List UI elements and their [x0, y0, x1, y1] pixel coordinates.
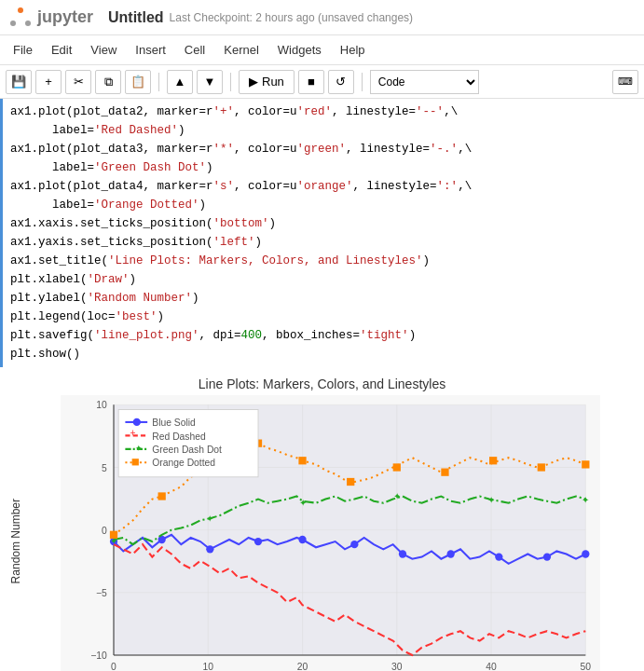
svg-point-59 — [133, 418, 141, 426]
toolbar: 💾 + ✂ ⧉ 📋 ▲ ▼ ▶ Run ■ ↺ Code Markdown Ra… — [0, 65, 644, 99]
menu-view[interactable]: View — [83, 41, 124, 59]
svg-text:−5: −5 — [96, 588, 107, 598]
menu-insert[interactable]: Insert — [128, 41, 173, 59]
cell-type-select[interactable]: Code Markdown Raw NBConvert — [370, 70, 479, 94]
code-line: ax1.xaxis.set_ticks_position('bottom') — [10, 214, 644, 233]
svg-point-0 — [18, 7, 23, 13]
save-button[interactable]: 💾 — [6, 70, 32, 94]
code-line: ax1.plot(plot_data2, marker=r'+', color=… — [10, 103, 644, 121]
copy-button[interactable]: ⧉ — [95, 70, 121, 94]
svg-text:0: 0 — [111, 662, 116, 672]
cut-button[interactable]: ✂ — [65, 70, 91, 94]
svg-point-36 — [447, 550, 455, 557]
svg-rect-55 — [538, 463, 545, 471]
chart-output: Line Plots: Markers, Colors, and Linesty… — [0, 367, 644, 671]
code-line: plt.xlabel('Draw') — [10, 270, 644, 289]
code-line: ax1.plot(plot_data4, marker=r's', color=… — [10, 177, 644, 196]
paste-button[interactable]: 📋 — [125, 70, 151, 94]
svg-point-37 — [495, 553, 502, 560]
code-line: plt.show() — [10, 345, 644, 363]
code-line: ax1.plot(plot_data3, marker=r'*', color=… — [10, 140, 644, 158]
svg-text:✦: ✦ — [487, 495, 495, 505]
svg-text:20: 20 — [297, 662, 308, 672]
code-cell[interactable]: ax1.plot(plot_data2, marker=r'+', color=… — [0, 99, 644, 367]
svg-text:40: 40 — [486, 662, 497, 672]
svg-text:−10: −10 — [90, 650, 107, 661]
menu-edit[interactable]: Edit — [44, 41, 79, 59]
jupyter-icon — [9, 7, 32, 29]
jupyter-logo: jupyter — [9, 7, 93, 29]
svg-text:✦: ✦ — [393, 491, 401, 501]
svg-rect-53 — [441, 469, 448, 476]
svg-text:✦: ✦ — [135, 444, 143, 453]
separator-2 — [230, 73, 231, 91]
svg-text:10: 10 — [203, 662, 214, 672]
top-bar: jupyter Untitled Last Checkpoint: 2 hour… — [0, 0, 644, 35]
svg-text:5: 5 — [102, 463, 107, 473]
svg-rect-54 — [489, 457, 497, 464]
menu-widgets[interactable]: Widgets — [270, 41, 329, 59]
notebook-title[interactable]: Untitled — [108, 9, 164, 26]
menu-file[interactable]: File — [6, 41, 40, 59]
svg-text:Orange Dotted: Orange Dotted — [152, 458, 215, 468]
svg-text:Red Dashed: Red Dashed — [152, 431, 206, 442]
svg-rect-46 — [110, 531, 117, 539]
chart-svg: 10 5 0 −5 −10 0 10 20 30 40 50 — [26, 395, 635, 671]
move-up-button[interactable]: ▲ — [167, 70, 193, 94]
code-line: plt.legend(loc='best') — [10, 308, 644, 326]
svg-point-31 — [206, 545, 213, 553]
menu-cell[interactable]: Cell — [177, 41, 212, 59]
svg-text:✦: ✦ — [206, 514, 213, 524]
menu-help[interactable]: Help — [333, 41, 373, 59]
run-button[interactable]: ▶ Run — [239, 70, 295, 94]
svg-point-33 — [298, 536, 306, 543]
jupyter-label: jupyter — [37, 7, 93, 27]
chart-title: Line Plots: Markers, Colors, and Linesty… — [9, 377, 635, 391]
keyboard-button[interactable]: ⌨ — [612, 70, 638, 94]
code-line: label='Green Dash Dot') — [10, 158, 644, 177]
svg-text:30: 30 — [391, 662, 403, 672]
run-label: Run — [262, 75, 284, 89]
code-line: plt.ylabel('Random Number') — [10, 289, 644, 308]
svg-rect-56 — [582, 460, 589, 468]
svg-point-1 — [10, 21, 16, 26]
svg-rect-52 — [393, 463, 401, 471]
code-line: ax1.yaxis.set_ticks_position('left') — [10, 233, 644, 252]
svg-point-34 — [350, 541, 358, 548]
code-line: label='Red Dashed') — [10, 121, 644, 140]
svg-rect-68 — [132, 459, 139, 465]
code-line: plt.savefig('line_plot.png', dpi=400, bb… — [10, 326, 644, 345]
svg-rect-47 — [158, 492, 166, 500]
y-axis-label: Random Number — [9, 499, 22, 583]
restart-button[interactable]: ↺ — [328, 70, 354, 94]
code-line: label='Orange Dotted') — [10, 196, 644, 214]
separator-1 — [158, 73, 159, 91]
svg-point-32 — [254, 538, 262, 545]
svg-text:0: 0 — [102, 526, 107, 536]
svg-text:50: 50 — [581, 662, 592, 672]
separator-3 — [362, 73, 363, 91]
svg-point-38 — [543, 553, 551, 560]
svg-point-2 — [25, 21, 31, 26]
svg-text:10: 10 — [96, 400, 107, 410]
add-cell-button[interactable]: + — [35, 70, 62, 94]
menu-bar: File Edit View Insert Cell Kernel Widget… — [0, 35, 644, 65]
move-down-button[interactable]: ▼ — [197, 70, 223, 94]
svg-point-35 — [399, 550, 406, 557]
svg-text:+: + — [130, 428, 136, 438]
svg-text:✦: ✦ — [582, 495, 589, 505]
svg-rect-51 — [347, 478, 354, 486]
stop-button[interactable]: ■ — [298, 70, 324, 94]
run-icon: ▶ — [249, 75, 258, 89]
svg-text:Blue Solid: Blue Solid — [152, 418, 196, 428]
svg-rect-50 — [298, 457, 306, 464]
code-line: ax1.set_title('Line Plots: Markers, Colo… — [10, 252, 644, 270]
svg-text:✦: ✦ — [299, 498, 307, 508]
svg-text:Green Dash Dot: Green Dash Dot — [152, 445, 222, 455]
svg-point-39 — [582, 550, 589, 557]
checkpoint-text: Last Checkpoint: 2 hours ago (unsaved ch… — [170, 11, 414, 24]
menu-kernel[interactable]: Kernel — [216, 41, 267, 59]
